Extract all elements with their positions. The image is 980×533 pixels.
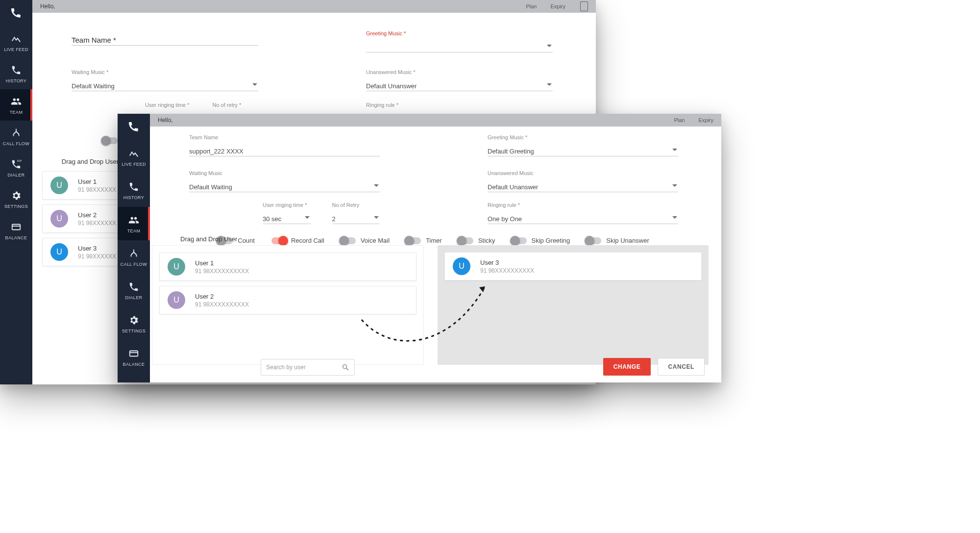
- nav-balance[interactable]: BALANCE: [118, 340, 150, 374]
- activity-icon: [11, 33, 22, 44]
- nav-dialer[interactable]: SIP DIALER: [0, 152, 32, 183]
- nav-live-feed[interactable]: LIVE FEED: [0, 26, 32, 58]
- phone-icon: [11, 65, 22, 76]
- card-icon: [128, 348, 139, 359]
- topbar: Hello, Plan Expiry: [32, 0, 596, 13]
- team-name-field[interactable]: Team Name support_222 XXXX: [189, 134, 380, 156]
- avatar: U: [168, 291, 185, 309]
- nav-label: TEAM: [10, 110, 23, 115]
- dialer-icon: [128, 281, 139, 292]
- nav-settings[interactable]: SETTINGS: [118, 307, 150, 340]
- field-label: No of retry *: [213, 102, 259, 108]
- avatar: U: [50, 177, 68, 194]
- field-label: Greeting Music *: [488, 134, 678, 140]
- field-label: Ringing rule *: [366, 102, 553, 108]
- nav-history[interactable]: HISTORY: [118, 174, 150, 207]
- toggle-voice-mail[interactable]: Voice Mail: [341, 237, 390, 244]
- nav-history[interactable]: HISTORY: [0, 58, 32, 89]
- nav-label: HISTORY: [6, 78, 26, 83]
- user-number: 91 98XXXXXX: [78, 253, 116, 260]
- field-label: No of Retry: [332, 202, 380, 208]
- action-buttons: CHANGE CANCEL: [603, 358, 705, 376]
- cancel-button[interactable]: CANCEL: [658, 358, 705, 376]
- unanswered-music-field[interactable]: Unanswered Music * Default Unanswer: [366, 69, 553, 91]
- switch-icon: [512, 237, 527, 244]
- toggle-skip-unanswer[interactable]: Skip Unanswer: [587, 237, 649, 244]
- team-form: Team Name support_222 XXXX Greeting Musi…: [189, 134, 678, 244]
- nav-call-flow[interactable]: CALL FLOW: [0, 121, 32, 152]
- greeting-music-field[interactable]: Greeting Music *: [366, 30, 553, 52]
- waiting-music-field[interactable]: Waiting Music Default Waiting: [189, 170, 380, 192]
- toggle-record-call[interactable]: Record Call: [271, 237, 324, 244]
- ring-time-field[interactable]: User ringing time * 30 sec: [263, 202, 311, 224]
- user-number: 91 98XXXXXX: [78, 186, 116, 193]
- window-front: LIVE FEED HISTORY TEAM CALL FLOW DIALER …: [118, 114, 721, 382]
- change-button[interactable]: CHANGE: [603, 358, 651, 376]
- nav-label: BALANCE: [5, 235, 27, 240]
- switch-icon: [341, 237, 356, 244]
- team-name-field[interactable]: Team Name *: [72, 30, 258, 46]
- plan-label: Plan: [526, 3, 537, 9]
- nav-settings[interactable]: SETTINGS: [0, 183, 32, 215]
- user-number: 91 98XXXXXX: [78, 220, 116, 227]
- search-input[interactable]: Search by user: [261, 359, 355, 376]
- svg-point-5: [343, 365, 347, 369]
- device-icon: [580, 1, 588, 11]
- user-name: User 2: [78, 211, 116, 219]
- app-logo: [118, 114, 150, 140]
- dialer-icon: SIP: [11, 159, 22, 170]
- ringing-rule-field[interactable]: Ringing rule * One by One: [488, 202, 678, 224]
- nav-label: TEAM: [127, 228, 141, 233]
- toggle-skip-greeting[interactable]: Skip Greeting: [512, 237, 570, 244]
- nav-call-flow[interactable]: CALL FLOW: [118, 240, 150, 274]
- toggle-label: Count: [238, 237, 255, 244]
- toggle-label: Voice Mail: [361, 237, 390, 244]
- field-label: Ringing rule *: [488, 202, 678, 208]
- team-icon: [128, 215, 139, 226]
- flow-icon: [11, 127, 22, 138]
- field-label: User ringing time *: [145, 102, 191, 108]
- field-label: Team Name: [189, 134, 380, 140]
- available-users-panel[interactable]: UUser 191 98XXXXXXXXXXUUser 291 98XXXXXX…: [152, 245, 424, 365]
- expiry-label: Expiry: [698, 117, 713, 123]
- hello-text: Hello,: [40, 3, 55, 10]
- waiting-music-field[interactable]: Waiting Music * Default Waiting: [72, 69, 258, 91]
- toggle-row: CountRecord CallVoice MailTimerStickySki…: [189, 237, 678, 244]
- phone-logo-icon: [128, 122, 139, 132]
- hello-text: Hello,: [158, 117, 173, 124]
- nav-dialer[interactable]: DIALER: [118, 274, 150, 307]
- nav-team[interactable]: TEAM: [0, 89, 32, 121]
- svg-rect-1: [12, 225, 21, 230]
- phone-icon: [128, 181, 139, 192]
- field-label: Waiting Music: [189, 170, 380, 176]
- user-number: 91 98XXXXXXXXXX: [195, 301, 249, 308]
- user-card[interactable]: UUser 391 98XXXXXXXXXX: [444, 252, 702, 280]
- toggle-sticky[interactable]: Sticky: [459, 237, 495, 244]
- unanswered-music-field[interactable]: Unanswered Music Default Unanswer: [488, 170, 678, 192]
- user-card[interactable]: UUser 191 98XXXXXXXXXX: [159, 253, 416, 281]
- assigned-users-panel[interactable]: UUser 391 98XXXXXXXXXX: [438, 245, 709, 365]
- greeting-music-field[interactable]: Greeting Music * Default Greeting: [488, 134, 678, 156]
- avatar: U: [168, 258, 185, 276]
- nav-label: DIALER: [8, 173, 25, 178]
- field-label: Waiting Music *: [72, 69, 258, 75]
- user-number: 91 98XXXXXXXXXX: [480, 267, 534, 274]
- flow-icon: [128, 248, 139, 259]
- toggle-timer[interactable]: Timer: [406, 237, 442, 244]
- sidebar: LIVE FEED HISTORY TEAM CALL FLOW DIALER …: [118, 114, 150, 382]
- user-name: User 2: [195, 293, 249, 300]
- nav-live-feed[interactable]: LIVE FEED: [118, 140, 150, 174]
- nav-team[interactable]: TEAM: [118, 207, 150, 240]
- retry-field[interactable]: No of Retry 2: [332, 202, 380, 224]
- user-name: User 3: [78, 245, 116, 252]
- user-card[interactable]: UUser 291 98XXXXXXXXXX: [159, 286, 416, 314]
- avatar: U: [50, 210, 68, 228]
- nav-balance[interactable]: BALANCE: [0, 215, 32, 246]
- switch-icon: [587, 237, 601, 244]
- card-icon: [11, 222, 22, 232]
- switch-icon: [103, 137, 118, 144]
- nav-label: HISTORY: [123, 195, 144, 200]
- section-title: Drag and Drop User: [180, 235, 237, 243]
- user-name: User 1: [78, 178, 116, 185]
- app-logo: [0, 0, 32, 26]
